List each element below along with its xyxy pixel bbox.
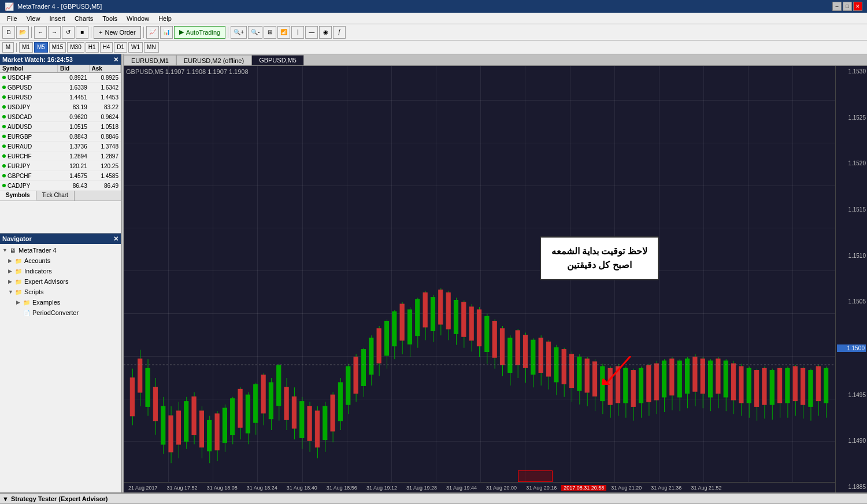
dot-icon xyxy=(2,105,6,109)
toolbar-back-btn[interactable]: ← xyxy=(34,26,47,39)
chart-tab-eurusd-m2[interactable]: EURUSD,M2 (offline) xyxy=(176,55,251,65)
nav-item-indicators[interactable]: ▶ 📁 Indicators xyxy=(0,266,121,276)
nav-expand-mt4: ▼ xyxy=(2,247,8,253)
toolbar-indicator[interactable]: ƒ xyxy=(333,26,346,39)
nav-item-period-converter[interactable]: ▶ 📄 PeriodConverter xyxy=(0,307,121,318)
nav-item-examples[interactable]: ▶ 📁 Examples xyxy=(0,297,121,307)
svg-rect-175 xyxy=(801,369,805,405)
minimize-button[interactable]: – xyxy=(832,2,842,11)
toolbar-zoom-out[interactable]: 🔍- xyxy=(248,26,262,39)
tf-m1[interactable]: M1 xyxy=(19,42,33,53)
dot-icon xyxy=(2,95,6,99)
svg-rect-149 xyxy=(701,359,705,393)
mw-tab-symbols[interactable]: Symbols xyxy=(0,191,36,201)
svg-rect-25 xyxy=(223,408,227,442)
tf-m[interactable]: M xyxy=(2,42,14,53)
svg-rect-63 xyxy=(369,338,373,374)
maximize-button[interactable]: □ xyxy=(843,2,852,11)
tf-m30[interactable]: M30 xyxy=(67,42,84,53)
toolbar-chart-btn1[interactable]: 📈 xyxy=(146,26,159,39)
market-watch-close[interactable]: ✕ xyxy=(113,56,118,64)
menu-tools[interactable]: Tools xyxy=(98,14,122,23)
tf-h4[interactable]: H4 xyxy=(100,42,113,53)
svg-rect-141 xyxy=(670,359,674,395)
toolbar-line[interactable]: — xyxy=(305,26,318,39)
market-watch-row[interactable]: USDJPY 83.19 83.22 xyxy=(0,102,121,112)
market-watch-row[interactable]: EURGBP 0.8843 0.8846 xyxy=(0,132,121,142)
mw-symbol: GBPCHF xyxy=(0,173,58,179)
tf-w1[interactable]: W1 xyxy=(128,42,143,53)
menu-help[interactable]: Help xyxy=(154,14,176,23)
svg-rect-1 xyxy=(130,378,134,416)
mw-symbol-text: EURCHF xyxy=(8,153,32,160)
left-panel: Market Watch: 16:24:53 ✕ Symbol Bid Ask … xyxy=(0,54,121,492)
market-watch-row[interactable]: USDCAD 0.9620 0.9624 xyxy=(0,112,121,122)
toolbar-refresh-btn[interactable]: ↺ xyxy=(62,26,75,39)
toolbar-sep4 xyxy=(228,27,228,38)
svg-rect-49 xyxy=(315,411,319,447)
computer-icon: 🖥 xyxy=(8,246,17,255)
mw-symbol: AUDUSD xyxy=(0,124,58,130)
nav-item-metatrader4[interactable]: ▼ 🖥 MetaTrader 4 xyxy=(0,245,121,255)
toolbar-volume[interactable]: 📶 xyxy=(277,26,290,39)
time-14: 31 Aug 21:36 xyxy=(646,485,686,491)
tf-h1[interactable]: H1 xyxy=(86,42,99,53)
tf-m15[interactable]: M15 xyxy=(49,42,66,53)
market-watch-row[interactable]: CADJPY 86.43 86.49 xyxy=(0,181,121,191)
toolbar-period[interactable]: ◉ xyxy=(319,26,332,39)
chart-tab-eurusd-m1[interactable]: EURUSD,M1 xyxy=(124,55,176,65)
toolbar-chart-btn2[interactable]: 📊 xyxy=(160,26,173,39)
tf-d1[interactable]: D1 xyxy=(114,42,127,53)
nav-item-expert-advisors[interactable]: ▶ 📁 Expert Advisors xyxy=(0,276,121,287)
nav-item-scripts[interactable]: ▼ 📁 Scripts xyxy=(0,287,121,297)
svg-rect-87 xyxy=(462,302,466,336)
mw-ask: 1.2897 xyxy=(90,153,121,160)
mw-tab-tick[interactable]: Tick Chart xyxy=(36,191,75,201)
svg-rect-61 xyxy=(361,350,365,386)
toolbar-candle[interactable]: | xyxy=(291,26,304,39)
toolbar-stop-btn[interactable]: ■ xyxy=(76,26,88,39)
market-watch-rows: USDCHF 0.8921 0.8925 GBPUSD 1.6339 1.634… xyxy=(0,73,121,191)
svg-rect-95 xyxy=(492,321,497,357)
market-watch: Market Watch: 16:24:53 ✕ Symbol Bid Ask … xyxy=(0,54,121,234)
new-order-button[interactable]: + New Order xyxy=(94,26,141,39)
toolbar-open-btn[interactable]: 📂 xyxy=(16,26,29,39)
svg-rect-45 xyxy=(300,402,304,438)
menu-file[interactable]: File xyxy=(2,14,22,23)
menu-charts[interactable]: Charts xyxy=(70,14,98,23)
svg-rect-155 xyxy=(724,361,728,397)
toolbar-forward-btn[interactable]: → xyxy=(48,26,61,39)
market-watch-row[interactable]: USDCHF 0.8921 0.8925 xyxy=(0,73,121,83)
market-watch-row[interactable]: GBPCHF 1.4575 1.4585 xyxy=(0,171,121,181)
nav-item-accounts[interactable]: ▶ 📁 Accounts xyxy=(0,255,121,266)
mw-bid: 0.8843 xyxy=(58,134,90,140)
market-watch-row[interactable]: EURAUD 1.3736 1.3748 xyxy=(0,142,121,151)
autotrading-button[interactable]: ▶ AutoTrading xyxy=(174,26,226,39)
folder-icon-ea: 📁 xyxy=(14,277,23,286)
market-watch-row[interactable]: GBPUSD 1.6339 1.6342 xyxy=(0,83,121,92)
menu-bar: File View Insert Charts Tools Window Hel… xyxy=(0,13,867,24)
toolbar-new-btn[interactable]: 🗋 xyxy=(2,26,15,39)
close-button[interactable]: ✕ xyxy=(853,2,862,11)
mw-ask: 1.0518 xyxy=(90,124,121,130)
folder-icon-accounts: 📁 xyxy=(14,256,23,265)
tf-sep xyxy=(16,43,17,52)
menu-insert[interactable]: Insert xyxy=(45,14,70,23)
mw-bid: 0.9620 xyxy=(58,114,90,120)
menu-window[interactable]: Window xyxy=(122,14,154,23)
navigator-close[interactable]: ✕ xyxy=(113,235,118,243)
price-scale: 1.1530 1.1525 1.1520 1.1515 1.1510 1.150… xyxy=(835,66,867,492)
toolbar-zoom-in[interactable]: 🔍+ xyxy=(231,26,247,39)
menu-view[interactable]: View xyxy=(22,14,45,23)
svg-rect-29 xyxy=(238,390,242,427)
tf-m5[interactable]: M5 xyxy=(34,42,48,53)
chart-tab-gbpusd-m5[interactable]: GBPUSD,M5 xyxy=(251,55,304,65)
market-watch-row[interactable]: EURCHF 1.2894 1.2897 xyxy=(0,151,121,161)
mw-symbol-text: USDJPY xyxy=(8,104,30,110)
market-watch-row[interactable]: EURUSD 1.4451 1.4453 xyxy=(0,92,121,102)
market-watch-row[interactable]: EURJPY 120.21 120.25 xyxy=(0,161,121,171)
toolbar-grid[interactable]: ⊞ xyxy=(264,26,276,39)
market-watch-row[interactable]: AUDUSD 1.0515 1.0518 xyxy=(0,122,121,132)
svg-rect-161 xyxy=(747,369,751,403)
tf-mn[interactable]: MN xyxy=(144,42,159,53)
